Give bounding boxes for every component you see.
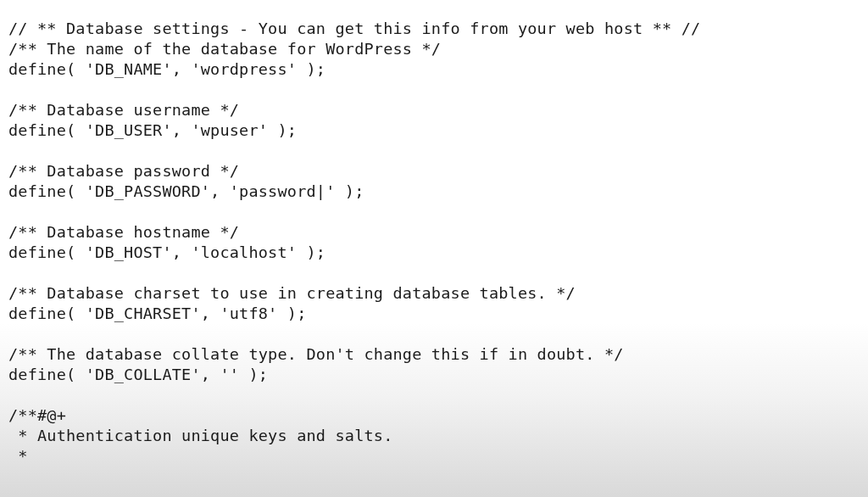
code-block: // ** Database settings - You can get th… [0, 0, 868, 466]
annotation-arrows [0, 466, 868, 497]
